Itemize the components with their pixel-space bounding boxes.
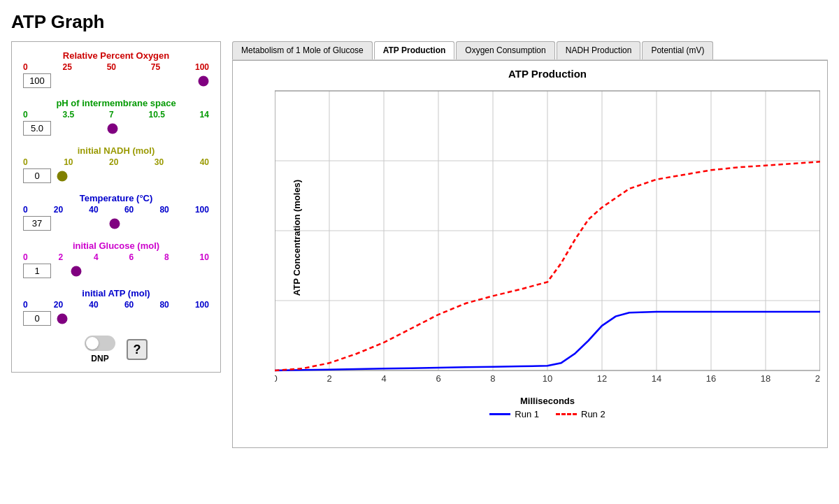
legend-line-run1 bbox=[489, 413, 510, 415]
value-box-nadh: 0 bbox=[23, 168, 51, 183]
y-axis-label: ATP Concentration (moles) bbox=[292, 180, 302, 296]
tick-label: 100 bbox=[195, 205, 209, 215]
slider-label-glucose: initial Glucose (mol) bbox=[23, 240, 209, 251]
slider-group-glucose: initial Glucose (mol)02468101 bbox=[23, 240, 209, 278]
svg-text:8: 8 bbox=[490, 374, 495, 383]
slider-group-oxygen: Relative Percent Oxygen0255075100100 bbox=[23, 50, 209, 88]
tick-label: 8 bbox=[164, 252, 169, 262]
slider-temp[interactable] bbox=[57, 222, 209, 226]
left-panel: Relative Percent Oxygen0255075100100pH o… bbox=[11, 41, 221, 373]
toggle-knob bbox=[86, 337, 99, 350]
x-axis-label: Milliseconds bbox=[275, 396, 820, 406]
tick-label: 0 bbox=[23, 252, 28, 262]
value-box-atp: 0 bbox=[23, 311, 51, 326]
slider-label-temp: Temperature (°C) bbox=[23, 193, 209, 203]
legend: Run 1 Run 2 bbox=[275, 409, 820, 419]
slider-row-temp: 37 bbox=[23, 216, 209, 231]
tick-label: 6 bbox=[129, 252, 134, 262]
legend-run1: Run 1 bbox=[489, 409, 539, 419]
legend-line-run2 bbox=[556, 413, 577, 415]
slider-row-nadh: 0 bbox=[23, 168, 209, 183]
slider-group-ph: pH of intermembrane space03.5710.5145.0 bbox=[23, 98, 209, 136]
svg-text:4: 4 bbox=[381, 374, 386, 383]
svg-text:2: 2 bbox=[327, 374, 331, 383]
tick-label: 80 bbox=[159, 300, 168, 310]
dnp-toggle-container: DNP bbox=[85, 336, 115, 363]
svg-text:20: 20 bbox=[815, 374, 820, 383]
tick-label: 7 bbox=[109, 110, 114, 120]
value-box-glucose: 1 bbox=[23, 264, 51, 278]
slider-label-oxygen: Relative Percent Oxygen bbox=[23, 50, 209, 61]
dnp-label: DNP bbox=[91, 354, 108, 363]
tick-label: 100 bbox=[195, 62, 209, 72]
tick-label: 100 bbox=[195, 300, 209, 310]
tab-4[interactable]: Potential (mV) bbox=[642, 41, 713, 59]
sliders-container: Relative Percent Oxygen0255075100100pH o… bbox=[23, 50, 209, 326]
slider-oxygen[interactable] bbox=[57, 79, 209, 83]
legend-label-run2: Run 2 bbox=[581, 409, 605, 419]
svg-text:10: 10 bbox=[543, 374, 552, 383]
slider-row-ph: 5.0 bbox=[23, 121, 209, 136]
graph-container: ATP Production ATP Concentration (moles)… bbox=[232, 60, 828, 448]
svg-text:12: 12 bbox=[597, 374, 607, 383]
dnp-toggle[interactable] bbox=[85, 336, 115, 351]
svg-text:0: 0 bbox=[275, 374, 278, 383]
slider-row-atp: 0 bbox=[23, 311, 209, 326]
svg-text:16: 16 bbox=[706, 374, 716, 383]
tick-label: 10 bbox=[64, 157, 73, 167]
tab-3[interactable]: NADH Production bbox=[557, 41, 641, 59]
tick-label: 30 bbox=[155, 157, 164, 167]
slider-label-atp: initial ATP (mol) bbox=[23, 288, 209, 298]
slider-ticks-temp: 020406080100 bbox=[23, 205, 209, 215]
slider-row-glucose: 1 bbox=[23, 264, 209, 278]
value-box-temp: 37 bbox=[23, 216, 51, 231]
graph-title: ATP Production bbox=[275, 68, 820, 80]
tabs-row: Metabolism of 1 Mole of GlucoseATP Produ… bbox=[232, 41, 828, 60]
slider-ticks-ph: 03.5710.514 bbox=[23, 110, 209, 120]
page-title: ATP Graph bbox=[11, 11, 828, 33]
tick-label: 80 bbox=[159, 205, 168, 215]
tick-label: 0 bbox=[23, 205, 28, 215]
tick-label: 10 bbox=[200, 252, 209, 262]
tick-label: 40 bbox=[89, 205, 98, 215]
slider-ticks-atp: 020406080100 bbox=[23, 300, 209, 310]
slider-label-nadh: initial NADH (mol) bbox=[23, 145, 209, 156]
tick-label: 25 bbox=[62, 62, 71, 72]
slider-ticks-nadh: 010203040 bbox=[23, 157, 209, 167]
help-button[interactable]: ? bbox=[127, 339, 148, 360]
slider-atp[interactable] bbox=[57, 317, 209, 321]
slider-row-oxygen: 100 bbox=[23, 73, 209, 88]
svg-text:18: 18 bbox=[761, 374, 770, 383]
tick-label: 60 bbox=[124, 300, 134, 310]
slider-group-atp: initial ATP (mol)0204060801000 bbox=[23, 288, 209, 326]
tick-label: 20 bbox=[109, 157, 118, 167]
dnp-row: DNP ? bbox=[23, 336, 209, 363]
svg-text:14: 14 bbox=[652, 374, 661, 383]
svg-text:6: 6 bbox=[436, 374, 440, 383]
tick-label: 75 bbox=[151, 62, 160, 72]
value-box-oxygen: 100 bbox=[23, 73, 51, 88]
slider-ticks-oxygen: 0255075100 bbox=[23, 62, 209, 72]
tick-label: 0 bbox=[23, 300, 28, 310]
tick-label: 2 bbox=[59, 252, 64, 262]
main-container: Relative Percent Oxygen0255075100100pH o… bbox=[11, 41, 828, 448]
tick-label: 4 bbox=[94, 252, 99, 262]
legend-label-run1: Run 1 bbox=[515, 409, 539, 419]
slider-ph[interactable] bbox=[57, 127, 209, 131]
right-panel: Metabolism of 1 Mole of GlucoseATP Produ… bbox=[232, 41, 828, 448]
tab-2[interactable]: Oxygen Consumption bbox=[456, 41, 554, 59]
slider-group-temp: Temperature (°C)02040608010037 bbox=[23, 193, 209, 231]
slider-nadh[interactable] bbox=[57, 174, 209, 178]
tab-0[interactable]: Metabolism of 1 Mole of Glucose bbox=[232, 41, 373, 59]
tick-label: 3.5 bbox=[62, 110, 74, 120]
tick-label: 20 bbox=[54, 205, 63, 215]
slider-ticks-glucose: 0246810 bbox=[23, 252, 209, 262]
slider-group-nadh: initial NADH (mol)0102030400 bbox=[23, 145, 209, 183]
tick-label: 10.5 bbox=[148, 110, 164, 120]
chart-svg: 07515022530002468101214161820 bbox=[275, 84, 820, 391]
tick-label: 14 bbox=[200, 110, 209, 120]
tick-label: 40 bbox=[89, 300, 98, 310]
tab-1[interactable]: ATP Production bbox=[374, 41, 455, 59]
tick-label: 50 bbox=[107, 62, 116, 72]
slider-glucose[interactable] bbox=[57, 269, 209, 273]
